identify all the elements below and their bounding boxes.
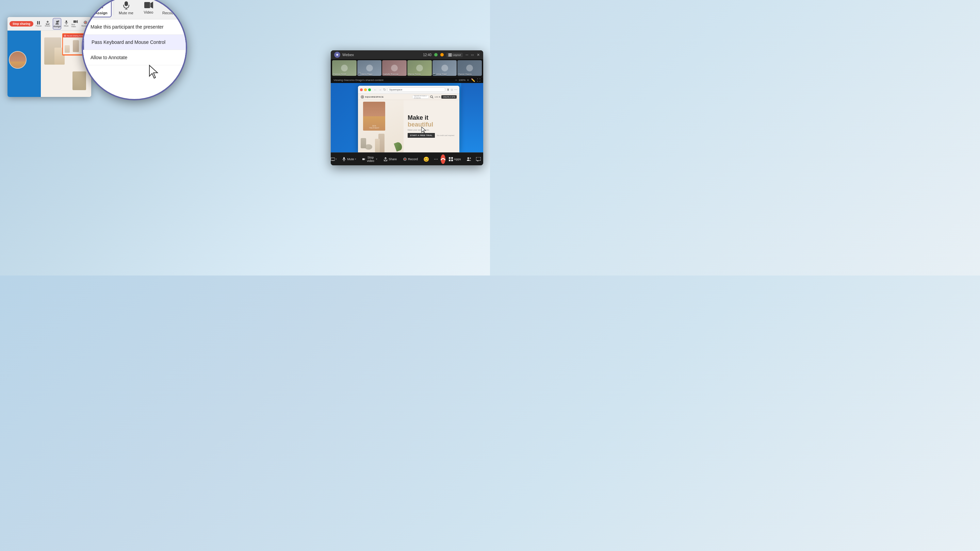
- participants-btn[interactable]: [465, 156, 473, 163]
- participant-name-3: Isabelle Brennan: [383, 73, 398, 75]
- record-button[interactable]: Record: [400, 156, 421, 163]
- mute-icon-sm[interactable]: Mute: [63, 20, 69, 27]
- browser-forward-btn[interactable]: →: [379, 88, 382, 92]
- pause-icon[interactable]: Pause: [35, 20, 42, 27]
- share-button[interactable]: Share: [381, 156, 399, 163]
- sq-login[interactable]: LOG IN: [434, 96, 440, 98]
- mag-mute-btn[interactable]: Mute me: [116, 0, 137, 17]
- browser-max-btn[interactable]: [368, 89, 371, 91]
- browser-menu-icon[interactable]: ⋯: [454, 88, 457, 92]
- webex-indicator-orange: [440, 53, 444, 56]
- browser-window: ← → ↻ Squarespace ⬆ ☆ ⋯ SQUARESPA: [358, 86, 460, 152]
- mag-muteme-label: Mute me: [119, 11, 134, 15]
- svg-rect-47: [144, 2, 150, 8]
- browser-toolbar: ← → ↻ Squarespace ⬆ ☆ ⋯: [358, 86, 460, 94]
- participant-thumb-3[interactable]: Isabelle Brennan: [382, 60, 407, 76]
- screen-share-preview: Stop sharing Pause Share Assign Mute Sto…: [8, 17, 91, 97]
- stop-video-button[interactable]: Stop video ▾: [360, 154, 380, 164]
- stop-sharing-button[interactable]: Stop sharing: [10, 21, 33, 27]
- screen-share-caret[interactable]: ▾: [336, 158, 337, 160]
- browser-min-btn[interactable]: [364, 89, 367, 91]
- svg-point-32: [404, 159, 406, 160]
- more-button[interactable]: ⋯: [432, 156, 440, 163]
- video-caret[interactable]: ▾: [376, 158, 377, 160]
- svg-rect-29: [363, 158, 364, 160]
- chat-btn[interactable]: [474, 156, 483, 163]
- participant-name-2: Henry Riggs: [361, 73, 372, 75]
- svg-rect-16: [449, 55, 450, 56]
- browser-share-icon[interactable]: ⬆: [447, 88, 450, 92]
- participant-thumb-6[interactable]: Darren Owens: [457, 60, 482, 76]
- presenter-face-small: [9, 51, 27, 69]
- stop-video-icon-sm[interactable]: Stop Video: [71, 20, 80, 27]
- participant-thumb-2[interactable]: 🎤 Henry Riggs: [357, 60, 382, 76]
- preview-toolbar: Stop sharing Pause Share Assign Mute Sto…: [8, 17, 91, 30]
- svg-rect-12: [64, 35, 66, 37]
- participant-thumb-4[interactable]: Marise Torres: [407, 60, 432, 76]
- sq-search-bar[interactable]: SEARCH FOR A DOMAIN: [412, 95, 429, 98]
- participant-thumb-5[interactable]: 📷 Umar Patel: [433, 60, 457, 76]
- resize-button[interactable]: ▭: [471, 53, 474, 56]
- magnified-cursor: [148, 64, 160, 80]
- end-call-button[interactable]: [441, 154, 445, 164]
- svg-rect-39: [476, 157, 481, 160]
- assign-toolbar-icon[interactable]: Assign: [53, 18, 61, 30]
- mute-caret[interactable]: ▾: [355, 158, 356, 160]
- zoom-plus[interactable]: +: [467, 78, 469, 82]
- browser-close-btn[interactable]: [360, 89, 363, 91]
- participant-strip: Clarissa Smith 🎤 Henry Riggs Isabelle Br…: [331, 59, 483, 77]
- sharing-banner: Viewing Giacomo Drago's shared content −…: [331, 77, 483, 83]
- svg-rect-23: [331, 158, 335, 160]
- mag-video-btn[interactable]: Video: [138, 0, 159, 17]
- sq-headline: Make it: [408, 114, 428, 121]
- browser-url-bar[interactable]: Squarespace: [387, 87, 445, 92]
- svg-point-11: [85, 22, 86, 23]
- webex-app-title: Webex: [342, 53, 354, 57]
- mic-icon-2: 🎤: [358, 73, 361, 75]
- sq-create-site-btn[interactable]: CREATE A SITE: [441, 95, 457, 98]
- svg-rect-26: [343, 157, 345, 159]
- svg-point-19: [430, 95, 433, 98]
- camera-icon-5: 📷: [433, 73, 436, 75]
- browser-refresh-btn[interactable]: ↻: [383, 88, 386, 92]
- sq-subtext: Make your own website.: [408, 129, 455, 131]
- svg-rect-36: [451, 159, 453, 161]
- squarespace-page: SQUARESPACE SEARCH FOR A DOMAIN LOG IN C…: [358, 94, 460, 152]
- zoom-minus[interactable]: −: [455, 78, 457, 82]
- share-icon[interactable]: Share: [44, 20, 51, 27]
- sq-text-content: Make it beautiful Make your own website.…: [404, 100, 460, 152]
- screen-share-small-btn[interactable]: ▾: [331, 156, 339, 162]
- participant-thumb-1[interactable]: Clarissa Smith: [332, 60, 356, 76]
- sq-product-group: SKINTREATMENT: [358, 100, 404, 152]
- browser-back-btn[interactable]: ←: [374, 88, 377, 92]
- webex-indicator-green: [434, 53, 438, 56]
- layout-button[interactable]: Layout: [447, 53, 463, 57]
- shared-content-area: ← → ↻ Squarespace ⬆ ☆ ⋯ SQUARESPA: [331, 83, 483, 152]
- emoji-button[interactable]: 😊: [421, 155, 431, 163]
- webex-titlebar: Webex 12:40 Layout ─ ▭ ✕: [331, 50, 483, 59]
- sharing-text: Viewing Giacomo Drago's shared content: [334, 79, 453, 82]
- mute-button[interactable]: Mute ▾: [339, 156, 359, 163]
- sq-headline-accent: beautiful: [408, 121, 433, 128]
- svg-rect-15: [450, 53, 452, 55]
- svg-rect-5: [66, 21, 67, 23]
- svg-rect-1: [39, 21, 40, 24]
- svg-marker-48: [150, 2, 153, 8]
- svg-rect-35: [449, 159, 450, 161]
- apps-button[interactable]: Apps: [446, 156, 464, 163]
- minimize-button[interactable]: ─: [466, 53, 468, 57]
- browser-bookmark-icon[interactable]: ☆: [450, 88, 453, 92]
- menu-item-presenter[interactable]: Make this participant the presenter: [83, 19, 186, 35]
- svg-rect-0: [37, 21, 38, 24]
- close-button[interactable]: ✕: [477, 53, 480, 57]
- sq-trial-button[interactable]: START A FREE TRIAL: [408, 133, 435, 138]
- webex-logo-icon: [334, 52, 340, 58]
- zoom-level: 100%: [459, 79, 466, 82]
- participant-name-6: Darren Owens: [458, 73, 472, 75]
- annotation-icon[interactable]: ✏️: [471, 78, 475, 82]
- fullscreen-icon[interactable]: ⛶: [477, 78, 480, 82]
- mag-video-label: Video: [144, 10, 153, 14]
- menu-item-annotate[interactable]: Allow to Annotate: [83, 50, 186, 65]
- menu-item-keyboard[interactable]: Pass Keyboard and Mouse Control: [83, 35, 186, 50]
- apps-label: Apps: [454, 157, 461, 161]
